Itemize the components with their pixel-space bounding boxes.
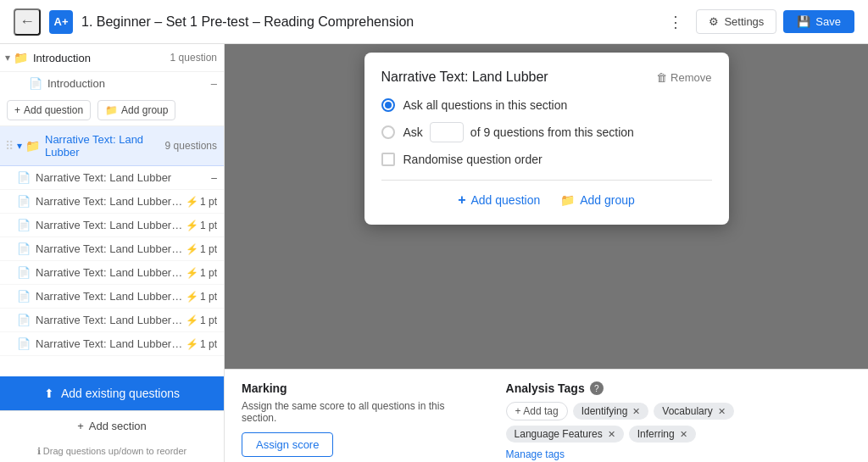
radio-all-questions[interactable]: Ask all questions in this section — [381, 98, 712, 112]
narrative-item-label: Narrative Text: Land Lubber… — [36, 219, 182, 231]
header-actions: ⋮ ⚙ Settings 💾 Save — [662, 8, 854, 36]
doc-icon: 📄 — [17, 290, 31, 303]
doc-icon: 📄 — [17, 266, 31, 279]
more-options-button[interactable]: ⋮ — [662, 8, 689, 36]
narrative-item-label: Narrative Text: Land Lubber… — [36, 266, 182, 279]
marking-title: Marking — [242, 381, 472, 395]
chevron-down-icon: ▾ — [5, 52, 10, 64]
narrative-item-2[interactable]: 📄 Narrative Text: Land Lubber… ⚡1 pt — [0, 214, 224, 237]
modal-footer: + Add question 📁 Add group — [381, 180, 712, 208]
add-group-button[interactable]: 📁 Add group — [97, 100, 175, 120]
folder-add-icon: 📁 — [560, 193, 575, 207]
ask-row: Ask of 9 questions from this section — [403, 122, 634, 142]
save-button[interactable]: 💾 Save — [783, 10, 854, 33]
sub-item-dash: – — [211, 77, 217, 90]
tag-vocabulary-remove[interactable]: ✕ — [718, 406, 726, 417]
lightning-icon: ⚡ — [186, 314, 198, 326]
score-badge: ⚡1 pt — [186, 314, 217, 326]
add-section-button[interactable]: + Add section — [0, 410, 224, 441]
narrative-item-4[interactable]: 📄 Narrative Text: Land Lubber… ⚡1 pt — [0, 261, 224, 285]
modal-header: Narrative Text: Land Lubber 🗑 Remove — [381, 70, 712, 85]
sidebar-item-narrative[interactable]: ⠿ ▾ 📁 Narrative Text: Land Lubber 9 ques… — [0, 126, 224, 166]
ask-prefix: Ask — [403, 125, 423, 139]
gear-icon: ⚙ — [709, 15, 719, 28]
randomise-checkbox-row[interactable]: Randomise question order — [381, 153, 712, 166]
analysis-tags-title: Analysis Tags — [506, 381, 585, 395]
randomise-label: Randomise question order — [403, 153, 542, 166]
lightning-icon: ⚡ — [186, 196, 198, 208]
narrative-item-3[interactable]: 📄 Narrative Text: Land Lubber… ⚡1 pt — [0, 237, 224, 261]
doc-icon: 📄 — [17, 195, 31, 208]
sidebar-section-title: Introduction — [33, 52, 170, 64]
narrative-item-6[interactable]: 📄 Narrative Text: Land Lubber… ⚡1 pt — [0, 309, 224, 332]
tags-row: + Add tag Identifying ✕ Vocabulary ✕ Lan… — [506, 402, 851, 443]
tag-identifying-remove[interactable]: ✕ — [632, 406, 640, 417]
drag-hint: ℹ Drag questions up/down to reorder — [0, 441, 224, 462]
narrative-item-1[interactable]: 📄 Narrative Text: Land Lubber… ⚡1 pt — [0, 190, 224, 214]
tag-inferring-remove[interactable]: ✕ — [680, 429, 687, 440]
score-badge: ⚡1 pt — [186, 267, 217, 279]
radio-ask-n[interactable]: Ask of 9 questions from this section — [381, 122, 712, 142]
add-question-bar: + Add question 📁 Add group — [0, 95, 224, 126]
plus-icon: + — [458, 192, 465, 208]
header: ← A+ 1. Beginner – Set 1 Pre-test – Read… — [0, 0, 868, 44]
modal-add-question-button[interactable]: + Add question — [458, 192, 540, 208]
sidebar-item-introduction-sub[interactable]: 📄 Introduction – — [0, 72, 224, 95]
tag-inferring: Inferring ✕ — [629, 426, 696, 443]
sidebar-item-introduction[interactable]: ▾ 📁 Introduction 1 question — [0, 44, 224, 72]
sidebar-sub-item-label: Introduction — [47, 77, 105, 90]
tag-language-features-remove[interactable]: ✕ — [608, 429, 615, 440]
radio-all-label: Ask all questions in this section — [403, 98, 568, 112]
save-icon: 💾 — [797, 15, 810, 28]
narrative-section-count: 9 questions — [165, 140, 217, 152]
radio-all-selected — [381, 98, 395, 112]
manage-tags-link[interactable]: Manage tags — [506, 448, 565, 460]
doc-icon: 📄 — [17, 337, 31, 350]
add-question-button[interactable]: + Add question — [7, 100, 91, 120]
marking-section: Marking Assign the same score to all que… — [242, 381, 472, 450]
narrative-item-label: Narrative Text: Land Lubber… — [36, 290, 182, 303]
narrative-item-label: Narrative Text: Land Lubber… — [36, 242, 182, 255]
modal-add-group-button[interactable]: 📁 Add group — [560, 193, 635, 207]
narrative-item-label: Narrative Text: Land Lubber… — [36, 314, 182, 326]
score-badge: ⚡1 pt — [186, 243, 217, 255]
modal-title: Narrative Text: Land Lubber — [381, 70, 548, 85]
lightning-icon: ⚡ — [186, 291, 198, 303]
lightning-icon: ⚡ — [186, 220, 198, 231]
plus-icon: + — [77, 420, 84, 432]
help-icon[interactable]: ? — [590, 381, 604, 395]
tag-identifying: Identifying ✕ — [573, 403, 649, 420]
doc-icon: 📄 — [17, 242, 31, 255]
narrative-item-label: Narrative Text: Land Lubber… — [36, 195, 182, 208]
plus-icon: + — [14, 104, 20, 116]
drag-handle-icon: ⠿ — [5, 139, 14, 153]
back-button[interactable]: ← — [14, 8, 41, 36]
add-existing-questions-button[interactable]: ⬆ Add existing questions — [0, 376, 224, 410]
settings-button[interactable]: ⚙ Settings — [696, 9, 776, 34]
sidebar-section-count: 1 question — [170, 52, 217, 64]
ask-number-input[interactable] — [430, 122, 464, 142]
lightning-icon: ⚡ — [186, 338, 198, 350]
narrative-item-0[interactable]: 📄 Narrative Text: Land Lubber – — [0, 166, 224, 190]
section-modal: Narrative Text: Land Lubber 🗑 Remove Ask… — [364, 53, 729, 225]
trash-icon: 🗑 — [656, 71, 667, 84]
add-tag-button[interactable]: + Add tag — [506, 402, 568, 420]
main-layout: ▾ 📁 Introduction 1 question 📄 Introducti… — [0, 44, 868, 462]
tag-vocabulary: Vocabulary ✕ — [654, 403, 733, 420]
score-badge: ⚡1 pt — [186, 291, 217, 303]
score-badge: ⚡1 pt — [186, 220, 217, 231]
upload-icon: ⬆ — [44, 387, 54, 400]
page-title: 1. Beginner – Set 1 Pre-test – Reading C… — [81, 14, 662, 30]
score-dash: – — [211, 172, 217, 184]
narrative-item-label: Narrative Text: Land Lubber — [36, 171, 171, 184]
narrative-section-title: Narrative Text: Land Lubber — [45, 133, 165, 159]
randomise-checkbox[interactable] — [381, 153, 395, 166]
lightning-icon: ⚡ — [186, 267, 198, 279]
assign-score-button[interactable]: Assign score — [242, 432, 333, 457]
radio-ask-circle — [381, 125, 395, 139]
remove-button[interactable]: 🗑 Remove — [656, 71, 711, 84]
narrative-item-5[interactable]: 📄 Narrative Text: Land Lubber… ⚡1 pt — [0, 285, 224, 309]
narrative-item-7[interactable]: 📄 Narrative Text: Land Lubber… ⚡1 pt — [0, 332, 224, 356]
lightning-icon: ⚡ — [186, 243, 198, 255]
folder-icon: 📁 — [25, 139, 40, 153]
